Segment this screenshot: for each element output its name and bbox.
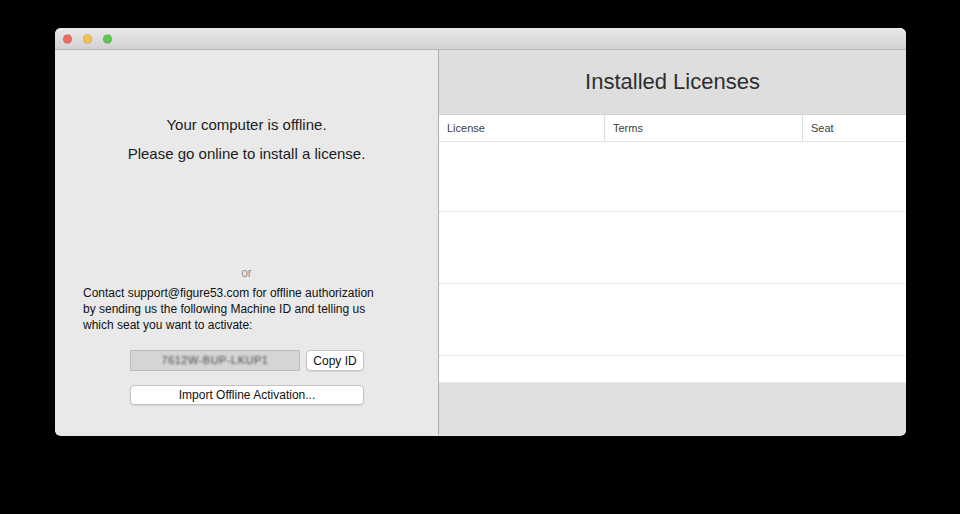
- column-header-terms[interactable]: Terms: [605, 115, 803, 141]
- traffic-lights: [63, 34, 112, 43]
- row-separator: [439, 211, 906, 212]
- row-separator: [439, 283, 906, 284]
- contact-line2: by sending us the following Machine ID a…: [83, 301, 424, 317]
- column-header-seat[interactable]: Seat: [803, 115, 906, 141]
- contact-instructions: Contact support@figure53.com for offline…: [83, 285, 424, 333]
- screenshot-background: Your computer is offline. Please go onli…: [0, 0, 960, 514]
- offline-message-line1: Your computer is offline.: [55, 110, 438, 139]
- titlebar[interactable]: [55, 28, 906, 50]
- zoom-button[interactable]: [103, 34, 112, 43]
- window-content: Your computer is offline. Please go onli…: [55, 50, 906, 435]
- app-window: Your computer is offline. Please go onli…: [55, 28, 906, 436]
- offline-message-line2: Please go online to install a license.: [55, 139, 438, 168]
- import-offline-activation-button[interactable]: Import Offline Activation...: [130, 385, 364, 405]
- license-table-header: License Terms Seat: [439, 115, 906, 142]
- table-footer-area: [439, 382, 906, 435]
- row-separator: [439, 355, 906, 356]
- or-divider: or: [55, 266, 438, 280]
- offline-message: Your computer is offline. Please go onli…: [55, 110, 438, 168]
- contact-line1: Contact support@figure53.com for offline…: [83, 285, 424, 301]
- close-button[interactable]: [63, 34, 72, 43]
- installed-licenses-title: Installed Licenses: [585, 69, 760, 95]
- licenses-panel: Installed Licenses License Terms Seat: [439, 50, 906, 435]
- column-header-license[interactable]: License: [439, 115, 605, 141]
- minimize-button[interactable]: [83, 34, 92, 43]
- offline-panel: Your computer is offline. Please go onli…: [55, 50, 438, 435]
- license-table-body[interactable]: [439, 142, 906, 382]
- copy-id-button[interactable]: Copy ID: [306, 350, 364, 371]
- machine-id-text: 7612W-BUP-LKUP1: [162, 351, 269, 370]
- installed-licenses-header: Installed Licenses: [439, 50, 906, 115]
- machine-id-field[interactable]: 7612W-BUP-LKUP1: [130, 350, 300, 371]
- contact-line3: which seat you want to activate:: [83, 317, 424, 333]
